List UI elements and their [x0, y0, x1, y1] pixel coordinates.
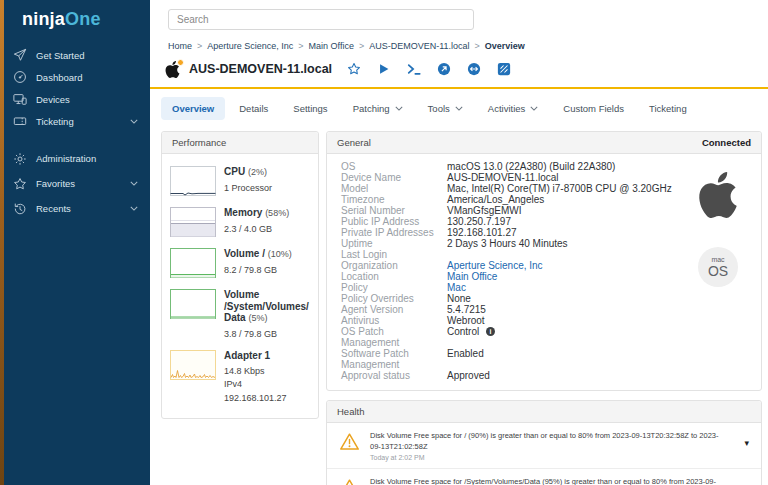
breadcrumb-separator: > — [475, 41, 480, 51]
perf-detail: 192.168.101.27 — [224, 393, 287, 404]
alert-text: Disk Volume Free space for / (90%) is gr… — [370, 431, 728, 452]
field-row-device-name: Device NameAUS-DEMOVEN-11.local — [341, 172, 685, 183]
tab-activities[interactable]: Activities — [477, 97, 549, 120]
performance-panel: Performance CPU (2%)1 ProcessorMemory (5… — [161, 131, 319, 419]
tab-details[interactable]: Details — [228, 97, 279, 120]
alert-text: Disk Volume Free space for /System/Volum… — [370, 477, 728, 485]
sidebar-item-recents[interactable]: Recents — [0, 196, 150, 221]
expand-caret-icon[interactable]: ▾ — [744, 438, 749, 448]
field-row-location: LocationMain Office — [341, 271, 685, 282]
cpu-chart[interactable] — [170, 166, 216, 196]
health-title: Health — [337, 406, 364, 417]
tab-overview[interactable]: Overview — [161, 97, 225, 120]
field-label: Device Name — [341, 172, 447, 183]
perf-detail: 8.2 / 79.8 GB — [224, 265, 292, 276]
field-value-link[interactable]: Mac — [447, 282, 685, 293]
remote-session-icon[interactable] — [437, 62, 451, 76]
field-row-os: OSmacOS 13.0 (22A380) (Build 22A380) — [341, 161, 685, 172]
tab-custom-fields[interactable]: Custom Fields — [552, 97, 635, 120]
field-value: Control i — [447, 326, 685, 348]
tab-tools[interactable]: Tools — [417, 97, 474, 120]
field-value-link[interactable]: Aperture Science, Inc — [447, 260, 685, 271]
tab-ticketing[interactable]: Ticketing — [638, 97, 698, 120]
field-label: Model — [341, 183, 447, 194]
memory-chart[interactable] — [170, 207, 216, 237]
sidebar-item-administration[interactable]: Administration — [0, 146, 150, 171]
tab-patching[interactable]: Patching — [342, 97, 414, 120]
field-value: 5.4.7215 — [447, 304, 685, 315]
field-row-software-patch-management: Software Patch ManagementEnabled — [341, 348, 685, 370]
sidebar-item-devices[interactable]: Devices — [0, 88, 150, 110]
field-value: 130.250.7.197 — [447, 216, 685, 227]
info-icon[interactable]: i — [486, 327, 495, 336]
breadcrumb-item-aperture-science-inc[interactable]: Aperture Science, Inc — [207, 41, 293, 51]
adapter-1-chart[interactable] — [170, 350, 216, 380]
administration-icon — [13, 152, 27, 166]
apple-device-icon — [164, 60, 181, 79]
sidebar-item-ticketing[interactable]: Ticketing — [0, 110, 150, 132]
field-value: Approved — [447, 370, 685, 381]
perf-name: Adapter 1 — [224, 350, 287, 362]
field-label: Uptime — [341, 238, 447, 249]
ninja-remote-icon[interactable] — [497, 62, 511, 76]
search-input[interactable] — [168, 9, 474, 30]
volume-system-volumes-data-chart[interactable] — [170, 289, 216, 319]
breadcrumb-item-home[interactable]: Home — [168, 41, 192, 51]
performance-body: CPU (2%)1 ProcessorMemory (58%)2.3 / 4.0… — [162, 154, 318, 418]
play-icon[interactable] — [377, 62, 391, 76]
tab-bar: OverviewDetailsSettingsPatchingToolsActi… — [161, 97, 768, 120]
field-row-model: ModelMac, Intel(R) Core(TM) i7-8700B CPU… — [341, 183, 685, 194]
right-column: General Connected OSmacOS 13.0 (22A380) … — [326, 131, 762, 485]
field-value-link[interactable]: Main Office — [447, 271, 685, 282]
sidebar: ninjaOne Get StartedDashboardDevicesTick… — [0, 0, 150, 485]
field-label: Timezone — [341, 194, 447, 205]
field-row-public-ip-address: Public IP Address130.250.7.197 — [341, 216, 685, 227]
field-label: Policy Overrides — [341, 293, 447, 304]
remote-tools-icon[interactable] — [467, 62, 481, 76]
perf-percent: (2%) — [248, 167, 267, 177]
favorite-star-icon[interactable] — [347, 62, 361, 76]
logo-ninja: ninja — [22, 9, 65, 29]
logo-one: One — [65, 9, 101, 29]
performance-title: Performance — [172, 137, 226, 148]
field-label: Software Patch Management — [341, 348, 447, 370]
sidebar-item-get-started[interactable]: Get Started — [0, 44, 150, 66]
breadcrumb-item-main-office[interactable]: Main Office — [309, 41, 354, 51]
perf-name: Memory (58%) — [224, 207, 289, 220]
apple-logo — [695, 169, 741, 225]
field-label: Last Login — [341, 249, 447, 260]
field-row-policy: PolicyMac — [341, 282, 685, 293]
performance-item-cpu: CPU (2%)1 Processor — [170, 166, 310, 196]
device-status-badge — [177, 59, 184, 66]
chevron-down-icon — [130, 181, 138, 186]
recents-icon — [13, 202, 27, 216]
field-row-approval-status: Approval statusApproved — [341, 370, 685, 381]
breadcrumb-separator: > — [359, 41, 364, 51]
chevron-down-icon — [130, 206, 138, 211]
warning-triangle-icon — [339, 432, 360, 451]
health-panel-header: Health — [327, 401, 761, 423]
field-value: America/Los_Angeles — [447, 194, 685, 205]
terminal-icon[interactable] — [407, 62, 421, 76]
app-logo[interactable]: ninjaOne — [0, 0, 150, 40]
health-alert-row: Disk Volume Free space for / (90%) is gr… — [327, 423, 761, 468]
sidebar-item-favorites[interactable]: Favorites — [0, 171, 150, 196]
sidebar-item-dashboard[interactable]: Dashboard — [0, 66, 150, 88]
performance-item-volume: Volume / (10%)8.2 / 79.8 GB — [170, 248, 310, 278]
breadcrumb-item-aus-demoven-11-local[interactable]: AUS-DEMOVEN-11.local — [369, 41, 469, 51]
general-title: General — [337, 137, 371, 148]
field-label: Agent Version — [341, 304, 447, 315]
devices-icon — [13, 92, 27, 106]
volume-chart[interactable] — [170, 248, 216, 278]
field-label: Public IP Address — [341, 216, 447, 227]
general-panel-header: General Connected — [327, 132, 761, 154]
tab-settings[interactable]: Settings — [282, 97, 338, 120]
device-action-bar — [347, 62, 511, 76]
device-header: AUS-DEMOVEN-11.local — [164, 58, 768, 80]
main-area: Home>Aperture Science, Inc>Main Office>A… — [150, 0, 768, 485]
perf-name: Volume / (10%) — [224, 248, 292, 261]
breadcrumb-separator: > — [298, 41, 303, 51]
field-row-private-ip-addresses: Private IP Addresses192.168.101.27 — [341, 227, 685, 238]
field-value: Enabled — [447, 348, 685, 370]
performance-item-memory: Memory (58%)2.3 / 4.0 GB — [170, 207, 310, 237]
